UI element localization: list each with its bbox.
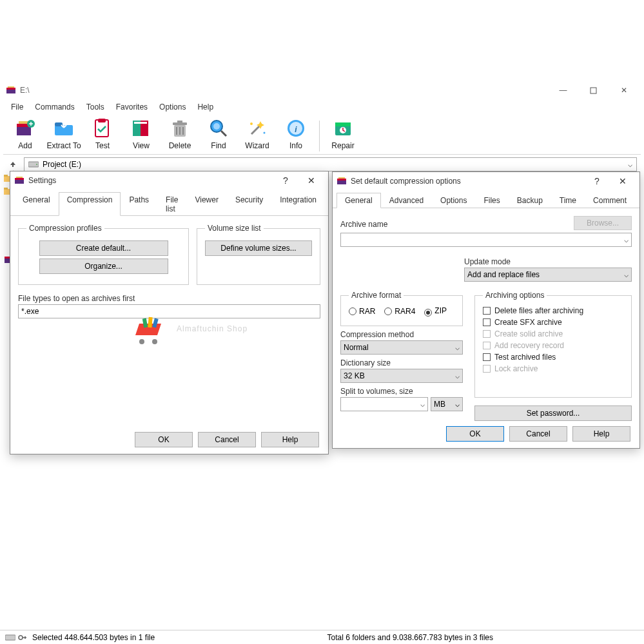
- svg-rect-16: [173, 122, 187, 125]
- svg-rect-41: [338, 177, 345, 179]
- svg-point-21: [264, 132, 266, 134]
- svg-rect-33: [4, 188, 8, 190]
- chevron-down-icon: ⌵: [628, 160, 632, 169]
- tab-viewer[interactable]: Viewer: [186, 192, 226, 216]
- menubar: File Commands Tools Favorites Options He…: [3, 100, 641, 114]
- chevron-down-icon: ⌵: [455, 400, 460, 409]
- settings-tabs: General Compression Paths File list View…: [10, 192, 328, 216]
- menu-favorites[interactable]: Favorites: [111, 101, 153, 113]
- winrar-icon: [14, 175, 24, 186]
- tab-security[interactable]: Security: [227, 192, 271, 216]
- ok-button[interactable]: OK: [446, 426, 504, 442]
- settings-titlebar[interactable]: Settings ? ✕: [10, 171, 328, 190]
- tab-comment[interactable]: Comment: [585, 193, 635, 208]
- update-mode-combo[interactable]: Add and replace files⌵: [464, 268, 632, 282]
- radio-rar4[interactable]: RAR4: [384, 307, 415, 316]
- close-button[interactable]: ✕: [609, 81, 638, 99]
- svg-rect-17: [177, 121, 182, 122]
- browse-button[interactable]: Browse...: [574, 216, 632, 230]
- set-password-button[interactable]: Set password...: [474, 405, 632, 421]
- toolbar-delete[interactable]: Delete: [161, 115, 199, 151]
- tab-file-list[interactable]: File list: [157, 192, 186, 216]
- toolbar-wizard[interactable]: Wizard: [238, 115, 277, 151]
- ok-button[interactable]: OK: [135, 432, 193, 447]
- window-title: E:\: [20, 86, 549, 95]
- toolbar-add[interactable]: Add: [6, 115, 44, 151]
- svg-rect-14: [134, 122, 147, 124]
- tab-compression[interactable]: Compression: [59, 192, 121, 216]
- tab-general[interactable]: General: [14, 192, 59, 216]
- split-unit-combo[interactable]: MB⌵: [431, 397, 463, 411]
- cancel-button[interactable]: Cancel: [198, 432, 256, 447]
- menu-tools[interactable]: Tools: [81, 101, 110, 113]
- status-total: Total 6 folders and 9.038.667.783 bytes …: [327, 633, 639, 642]
- opt-lock-archive: Lock archive: [483, 363, 623, 375]
- up-button[interactable]: [7, 159, 19, 170]
- toolbar-find[interactable]: Find: [199, 115, 238, 151]
- path-text: Project (E:): [43, 160, 81, 169]
- organize-button[interactable]: Organize...: [39, 259, 168, 274]
- close-icon[interactable]: ✕: [610, 173, 636, 189]
- svg-rect-3: [590, 88, 596, 93]
- compression-profiles-group: Compression profiles Create default... O…: [18, 224, 189, 285]
- tab-options[interactable]: Options: [432, 193, 475, 208]
- compression-options-dialog: Set default compression options ? ✕ Gene…: [332, 171, 640, 449]
- archive-format-group: Archive format RAR RAR4 ZIP: [340, 291, 463, 326]
- menu-commands[interactable]: Commands: [30, 101, 79, 113]
- toolbar-extract-to[interactable]: Extract To: [44, 115, 83, 151]
- tab-backup[interactable]: Backup: [509, 193, 551, 208]
- menu-options[interactable]: Options: [154, 101, 191, 113]
- volume-size-group: Volume size list Define volume sizes...: [197, 224, 320, 285]
- tab-files[interactable]: Files: [475, 193, 508, 208]
- titlebar: E:\ — ✕: [3, 81, 641, 100]
- opt-delete-files[interactable]: Delete files after archiving: [483, 305, 623, 317]
- path-combo[interactable]: Project (E:) ⌵: [24, 157, 637, 171]
- cancel-button[interactable]: Cancel: [509, 426, 567, 442]
- compression-method-combo[interactable]: Normal⌵: [340, 340, 463, 355]
- file-types-input[interactable]: [18, 304, 320, 318]
- opt-test-archived[interactable]: Test archived files: [483, 351, 623, 363]
- minimize-button[interactable]: —: [549, 81, 578, 99]
- radio-rar[interactable]: RAR: [349, 307, 375, 316]
- volume-size-legend: Volume size list: [205, 224, 264, 233]
- tab-integration[interactable]: Integration: [271, 192, 325, 216]
- key-icon: [18, 634, 27, 641]
- tab-paths[interactable]: Paths: [121, 192, 157, 216]
- radio-zip[interactable]: ZIP: [424, 306, 447, 317]
- dictionary-size-combo[interactable]: 32 KB⌵: [340, 369, 463, 383]
- svg-rect-38: [16, 177, 23, 178]
- chevron-down-icon: ⌵: [455, 371, 460, 380]
- help-button[interactable]: ?: [584, 173, 610, 189]
- toolbar-repair[interactable]: Repair: [324, 115, 362, 151]
- menu-help[interactable]: Help: [192, 101, 219, 113]
- file-types-label: File types to open as archives first: [18, 294, 320, 303]
- toolbar-info[interactable]: iInfo: [277, 115, 315, 151]
- split-size-combo[interactable]: ⌵: [340, 397, 428, 411]
- comp-title: Set default compression options: [351, 177, 584, 186]
- archive-name-combo[interactable]: ⌵: [340, 233, 632, 247]
- status-selected: Selected 448.644.503 bytes in 1 file: [32, 633, 155, 642]
- tab-general[interactable]: General: [337, 193, 381, 208]
- svg-rect-26: [335, 122, 351, 126]
- help-button[interactable]: Help: [261, 432, 319, 447]
- tab-time[interactable]: Time: [551, 193, 585, 208]
- tab-advanced[interactable]: Advanced: [381, 193, 432, 208]
- menu-file[interactable]: File: [6, 101, 28, 113]
- comp-titlebar[interactable]: Set default compression options ? ✕: [333, 172, 639, 190]
- define-volume-sizes-button[interactable]: Define volume sizes...: [205, 240, 312, 256]
- opt-create-sfx[interactable]: Create SFX archive: [483, 317, 623, 328]
- archiving-options-legend: Archiving options: [483, 291, 547, 300]
- close-icon[interactable]: ✕: [298, 173, 324, 188]
- statusbar: Selected 448.644.503 bytes in 1 file Tot…: [0, 630, 644, 644]
- help-button[interactable]: Help: [572, 426, 630, 442]
- maximize-button[interactable]: [579, 81, 608, 99]
- toolbar-test[interactable]: Test: [83, 115, 122, 151]
- chevron-down-icon: ⌵: [624, 235, 629, 244]
- create-default-button[interactable]: Create default...: [39, 240, 168, 256]
- help-button[interactable]: ?: [273, 173, 298, 188]
- toolbar-view[interactable]: View: [122, 115, 161, 151]
- svg-rect-37: [15, 178, 24, 180]
- svg-point-20: [250, 122, 253, 125]
- chevron-down-icon: ⌵: [420, 400, 425, 409]
- drive-icon: [5, 634, 15, 641]
